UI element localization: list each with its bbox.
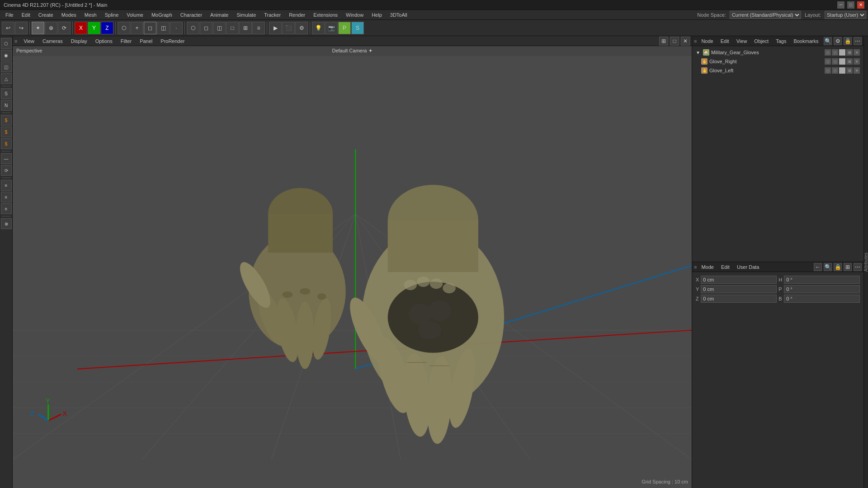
tree-visl2[interactable]: ◻: [832, 67, 838, 74]
obj-lock[interactable]: 🔒: [844, 37, 852, 45]
attr-userdata-menu[interactable]: User Data: [734, 263, 762, 271]
attr-expand[interactable]: ⊞: [844, 263, 852, 271]
menu-modes[interactable]: Modes: [58, 11, 80, 19]
object-mode[interactable]: ⬡: [118, 22, 130, 34]
node-space-select[interactable]: Current (Standard/Physical): [730, 11, 801, 19]
view-side[interactable]: ◫: [213, 22, 226, 34]
render-btn[interactable]: ▶: [269, 22, 282, 34]
tree-item-gloves[interactable]: ▼ 🏠 Military_Gear_Gloves ◻ ◻ ⊞ ✕: [694, 48, 862, 57]
viewport-cameras[interactable]: Cameras: [39, 38, 66, 45]
redo-button[interactable]: ↪: [15, 22, 28, 34]
tree-visl1[interactable]: ◻: [825, 67, 831, 74]
sidebar-spline[interactable]: S: [1, 88, 12, 99]
view-perspective[interactable]: ⬡: [187, 22, 199, 34]
viewport-expand[interactable]: ⊞: [659, 37, 668, 46]
menu-extensions[interactable]: Extensions: [310, 11, 341, 19]
sidebar-money3[interactable]: $: [1, 138, 12, 149]
menu-animate[interactable]: Animate: [207, 11, 232, 19]
viewport-close[interactable]: ✕: [681, 37, 690, 46]
tree-coll1[interactable]: [839, 67, 845, 74]
coord-z[interactable]: Z: [101, 22, 113, 34]
obj-search[interactable]: 🔍: [824, 37, 832, 45]
view-top[interactable]: □: [226, 22, 239, 34]
layout-select[interactable]: Startup (User): [825, 11, 866, 19]
viewport-options[interactable]: Options: [92, 38, 116, 45]
add-button[interactable]: +: [131, 22, 143, 34]
obj-tags-menu[interactable]: Tags: [773, 38, 789, 45]
obj-view-menu[interactable]: View: [734, 38, 750, 45]
menu-mograph[interactable]: MoGraph: [148, 11, 176, 19]
p-input[interactable]: [784, 285, 860, 293]
viewport[interactable]: ≡ View Cameras Display Options Filter Pa…: [13, 36, 692, 488]
y-pos-input[interactable]: [701, 285, 777, 293]
tree-vis1[interactable]: ◻: [825, 49, 831, 56]
tree-coll2[interactable]: ⊞: [846, 67, 853, 74]
attr-lock[interactable]: 🔒: [834, 263, 842, 271]
sidebar-money2[interactable]: $: [1, 127, 12, 137]
sidebar-cone[interactable]: △: [1, 73, 12, 84]
tree-visr1[interactable]: ◻: [825, 58, 831, 65]
view-front[interactable]: ◻: [200, 22, 212, 34]
camera-btn[interactable]: 📷: [325, 22, 338, 34]
menu-simulate[interactable]: Simulate: [233, 11, 259, 19]
workplane-btn[interactable]: ≡: [252, 22, 265, 34]
sidebar-special[interactable]: ⊗: [1, 218, 12, 229]
menu-tracker[interactable]: Tracker: [260, 11, 284, 19]
tree-item-glove-right[interactable]: ✋ Glove_Right ◻ ◻ ⊞ ✕: [694, 57, 862, 66]
sidebar-nurbs[interactable]: N: [1, 100, 12, 111]
coord-x[interactable]: X: [75, 22, 87, 34]
z-pos-input[interactable]: [701, 295, 777, 303]
tree-col1[interactable]: [839, 49, 845, 56]
scale-tool[interactable]: ⊕: [45, 22, 57, 34]
edge-mode[interactable]: ◫: [157, 22, 170, 34]
viewport-prorender[interactable]: ProRender: [157, 38, 188, 45]
snap-btn[interactable]: ⊞: [239, 22, 252, 34]
obj-object-menu[interactable]: Object: [751, 38, 771, 45]
sidebar-layer3[interactable]: ≡: [1, 203, 12, 214]
viewport-display[interactable]: Display: [67, 38, 91, 45]
viewport-filter[interactable]: Filter: [117, 38, 135, 45]
minimize-button[interactable]: ─: [837, 1, 844, 9]
menu-create[interactable]: Create: [35, 11, 57, 19]
poly-mode[interactable]: ◻: [144, 22, 156, 34]
menu-character[interactable]: Character: [177, 11, 206, 19]
sidebar-money1[interactable]: $: [1, 115, 12, 126]
menu-mesh[interactable]: Mesh: [81, 11, 100, 19]
render-region[interactable]: ⬛: [282, 22, 295, 34]
tree-item-glove-left[interactable]: 🤚 Glove_Left ◻ ◻ ⊞ ✕: [694, 66, 862, 75]
menu-volume[interactable]: Volume: [123, 11, 147, 19]
attr-dots[interactable]: ⋯: [854, 263, 862, 271]
light-btn[interactable]: 💡: [312, 22, 325, 34]
render-settings[interactable]: ⚙: [295, 22, 308, 34]
menu-render[interactable]: Render: [285, 11, 309, 19]
point-mode[interactable]: ·: [170, 22, 183, 34]
b-input[interactable]: [784, 295, 860, 303]
viewport-maximize[interactable]: □: [670, 37, 679, 46]
viewport-view[interactable]: View: [20, 38, 38, 45]
maximize-button[interactable]: □: [847, 1, 854, 9]
sidebar-deform[interactable]: ⟳: [1, 165, 12, 176]
attr-mode-menu[interactable]: Mode: [698, 263, 717, 271]
sidebar-cube[interactable]: ⬡: [1, 38, 12, 49]
viewport-panel[interactable]: Panel: [136, 38, 156, 45]
close-button[interactable]: ✕: [857, 1, 864, 9]
menu-window[interactable]: Window: [342, 11, 367, 19]
viewport-menu-icon[interactable]: ≡: [14, 38, 17, 44]
obj-dots[interactable]: ⋯: [854, 37, 862, 45]
tree-coll3[interactable]: ✕: [854, 67, 860, 74]
sidebar-sphere[interactable]: ◉: [1, 50, 12, 61]
tree-vis2[interactable]: ◻: [832, 49, 838, 56]
viewport-canvas[interactable]: X Y Z Grid Spacing : 10 cm: [13, 56, 692, 488]
sidebar-layer1[interactable]: ≡: [1, 180, 12, 191]
obj-filter[interactable]: ⚙: [834, 37, 842, 45]
tree-colr3[interactable]: ✕: [854, 58, 860, 65]
plugin1[interactable]: P: [338, 22, 351, 34]
obj-edit-menu[interactable]: Edit: [718, 38, 732, 45]
tree-visr2[interactable]: ◻: [832, 58, 838, 65]
coord-y[interactable]: Y: [88, 22, 100, 34]
sidebar-layer2[interactable]: ≡: [1, 192, 12, 202]
move-tool[interactable]: ✦: [32, 22, 44, 34]
menu-file[interactable]: File: [2, 11, 17, 19]
attr-menu-icon[interactable]: ≡: [694, 264, 697, 270]
h-input[interactable]: [784, 276, 860, 284]
